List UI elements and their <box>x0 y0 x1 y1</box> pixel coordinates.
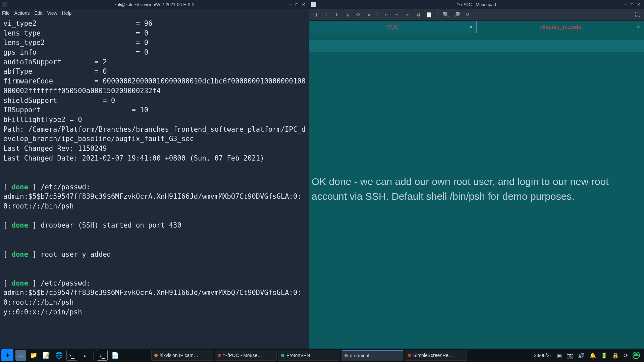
mousepad-window: *~/POC - Mousepad ─ □ ✕ 🗋 ⬆ ⬇ ⇲ ⟳ ✕ ↶ ↷ … <box>309 0 644 349</box>
task-list: hikvision IP cam…*~/POC - Mouse…ProtonVP… <box>151 350 468 361</box>
files-icon[interactable]: 📁 <box>28 350 39 361</box>
mousepad-tabs: POC ✕ affected_models ✕ <box>309 21 644 33</box>
editor-area[interactable]: OK done - we can add our own root user, … <box>309 33 644 349</box>
task-app-icon <box>408 354 411 357</box>
text-editor-active-icon[interactable]: 📄 <box>110 350 120 361</box>
redo-icon[interactable]: ↷ <box>393 11 400 18</box>
mousepad-title: *~/POC - Mousepad <box>457 2 496 7</box>
close-file-icon[interactable]: ✕ <box>365 11 373 18</box>
camera-icon[interactable]: 📷 <box>567 352 573 359</box>
chevron-up-icon[interactable]: ▴ <box>79 350 90 361</box>
task-app-icon <box>218 354 221 357</box>
volume-icon[interactable]: 🔊 <box>578 352 585 359</box>
separator <box>377 11 378 18</box>
system-tray: 23/08/21 ▣ 📷 🔊 🔔 🔋 🔒 ⟳ ◤ <box>534 352 643 359</box>
display-icon[interactable]: ▣ <box>557 352 562 359</box>
power-icon[interactable]: ◤ <box>631 350 641 360</box>
notifications-icon[interactable]: 🔔 <box>589 352 596 359</box>
close-button[interactable]: ✕ <box>635 1 642 8</box>
tab-close-icon[interactable]: ✕ <box>637 24 640 29</box>
search-replace-icon[interactable]: 🔎 <box>453 11 461 18</box>
refresh-icon[interactable]: ⟳ <box>624 352 628 359</box>
taskbar: ✦ ▭ 📁 📝 🌐 ›_ ▴ ›_ 📄 hikvision IP cam…*~/… <box>0 349 644 362</box>
battery-icon[interactable]: 🔋 <box>601 352 607 359</box>
launcher-area: ✦ ▭ 📁 📝 🌐 ›_ ▴ ›_ 📄 <box>1 349 120 361</box>
taskbar-task[interactable]: *~/POC - Mouse… <box>215 350 277 361</box>
maximize-button[interactable]: □ <box>293 1 300 8</box>
task-app-icon <box>154 354 158 357</box>
copy-icon[interactable]: ⧉ <box>415 11 422 18</box>
taskbar-task[interactable]: SimpleScreenRe… <box>405 350 467 361</box>
editor-text: OK done - we can add our own root user, … <box>312 174 641 203</box>
terminal-menubar: File Actions Edit View Help <box>0 9 309 17</box>
menu-edit[interactable]: Edit <box>34 10 42 16</box>
kali-menu-icon[interactable]: ✦ <box>1 349 13 361</box>
terminal-title: kali@kali: ~/hikvision/WIP-2021-06-HIK-2 <box>114 2 194 7</box>
task-label: hikvision IP cam… <box>160 353 198 358</box>
minimize-button[interactable]: ─ <box>287 1 293 8</box>
mousepad-app-icon <box>311 2 316 7</box>
task-label: SimpleScreenRe… <box>413 353 453 358</box>
terminal-window: kali@kali: ~/hikvision/WIP-2021-06-HIK-2… <box>0 0 309 349</box>
browser-icon[interactable]: 🌐 <box>54 350 64 361</box>
close-button[interactable]: ✕ <box>300 1 307 8</box>
taskbar-task[interactable]: hikvision IP cam… <box>151 350 213 361</box>
taskbar-task[interactable]: ProtonVPN <box>278 350 340 361</box>
separator <box>93 351 94 360</box>
mousepad-titlebar[interactable]: *~/POC - Mousepad ─ □ ✕ <box>309 0 644 9</box>
task-label: qterminal <box>350 353 369 358</box>
separator <box>437 11 438 18</box>
lock-icon[interactable]: 🔒 <box>612 352 619 359</box>
show-desktop-icon[interactable]: ▭ <box>15 350 26 361</box>
tab-close-icon[interactable]: ✕ <box>469 24 473 29</box>
revert-icon[interactable]: ⟳ <box>355 11 362 18</box>
menu-view[interactable]: View <box>47 10 57 16</box>
search-icon[interactable]: 🔍 <box>442 11 450 18</box>
tab-poc[interactable]: POC ✕ <box>309 21 477 33</box>
task-label: ProtonVPN <box>286 353 310 358</box>
minimize-button[interactable]: ─ <box>622 1 629 8</box>
menu-file[interactable]: File <box>2 10 10 16</box>
menu-help[interactable]: Help <box>62 10 72 16</box>
undo-icon[interactable]: ↶ <box>382 11 390 18</box>
tab-affected-models[interactable]: affected_models ✕ <box>477 21 644 33</box>
save-file-icon[interactable]: ⬇ <box>333 11 340 18</box>
terminal-app-icon <box>2 2 7 7</box>
menu-actions[interactable]: Actions <box>14 10 30 16</box>
maximize-button[interactable]: □ <box>629 1 635 8</box>
terminal-launcher-icon[interactable]: ›_ <box>66 350 77 361</box>
tab-label: POC <box>386 24 399 31</box>
taskbar-task[interactable]: qterminal <box>341 350 404 361</box>
cut-icon[interactable]: ✂ <box>404 11 411 18</box>
terminal-titlebar[interactable]: kali@kali: ~/hikvision/WIP-2021-06-HIK-2… <box>0 0 309 9</box>
save-as-icon[interactable]: ⇲ <box>344 11 351 18</box>
open-file-icon[interactable]: ⬆ <box>322 11 330 18</box>
new-file-icon[interactable]: 🗋 <box>312 11 319 18</box>
taskbar-date[interactable]: 23/08/21 <box>534 353 552 358</box>
fullscreen-icon[interactable]: ⛶ <box>634 11 641 18</box>
terminal-active-icon[interactable]: ›_ <box>97 350 108 361</box>
current-line-highlight <box>309 40 644 52</box>
terminal-output[interactable]: vi_type2 = 96 lens_type = 0 lens_type2 =… <box>0 17 309 349</box>
task-app-icon <box>281 354 284 357</box>
paste-icon[interactable]: 📋 <box>425 11 433 18</box>
task-label: *~/POC - Mouse… <box>223 353 262 358</box>
tab-label: affected_models <box>539 24 581 31</box>
task-app-icon <box>344 354 348 357</box>
mousepad-toolbar: 🗋 ⬆ ⬇ ⇲ ⟳ ✕ ↶ ↷ ✂ ⧉ 📋 🔍 🔎 ↯ ⛶ <box>309 9 644 21</box>
goto-icon[interactable]: ↯ <box>464 11 471 18</box>
editor-icon[interactable]: 📝 <box>41 350 52 361</box>
